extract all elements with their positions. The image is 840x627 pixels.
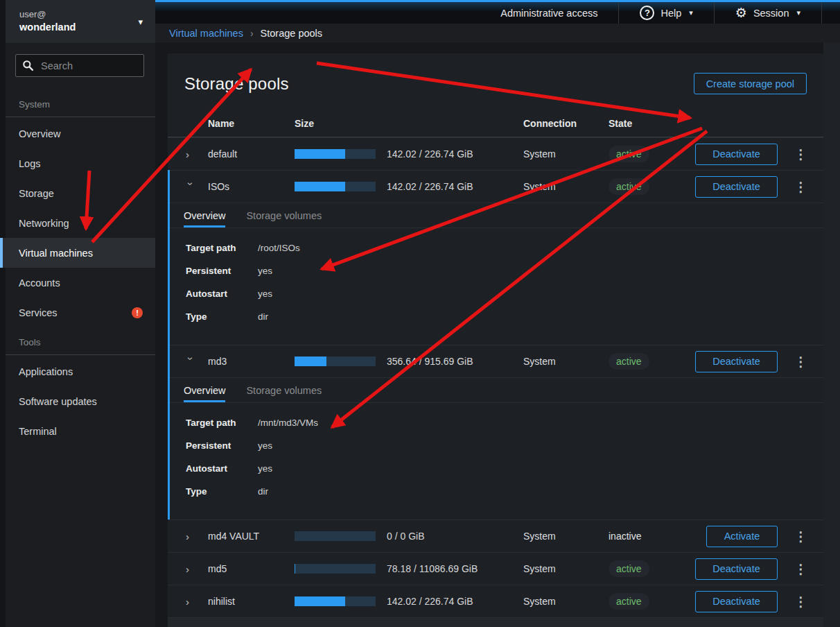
table-row[interactable]: › nihilist 142.02 / 226.74 GiB System ac…: [168, 585, 823, 617]
sidebar-item-applications[interactable]: Applications: [0, 357, 155, 386]
administrative-access-button[interactable]: Administrative access: [480, 2, 618, 24]
kebab-menu-icon[interactable]: ⋮: [790, 178, 812, 196]
column-header-state: State: [609, 118, 695, 129]
sidebar-item-overview[interactable]: Overview: [0, 119, 155, 148]
sidebar-item-label: Virtual machines: [19, 248, 93, 259]
pool-name: ISOs: [208, 181, 295, 192]
deactivate-button[interactable]: Deactivate: [695, 176, 778, 198]
sidebar-item-label: Storage: [19, 188, 54, 199]
detail-value-type: dir: [258, 486, 268, 498]
column-header-size: Size: [295, 118, 523, 129]
detail-value-autostart: yes: [258, 288, 272, 300]
pool-connection: System: [523, 531, 609, 542]
deactivate-button[interactable]: Deactivate: [695, 591, 778, 612]
breadcrumb-link-virtual-machines[interactable]: Virtual machines: [169, 28, 243, 39]
kebab-menu-icon[interactable]: ⋮: [790, 560, 812, 578]
app-root: user@ wonderland ▾ System Overview Logs …: [0, 0, 840, 627]
pool-connection: System: [523, 181, 609, 192]
sidebar-item-label: Networking: [19, 218, 69, 229]
table-row[interactable]: › ISOs 142.02 / 226.74 GiB System active…: [170, 170, 823, 203]
chevron-right-icon[interactable]: ›: [186, 596, 195, 608]
chevron-down-icon[interactable]: ›: [185, 357, 197, 366]
detail-label: Type: [186, 486, 258, 498]
kebab-menu-icon[interactable]: ⋮: [790, 145, 812, 164]
nav-section-system: System: [0, 89, 155, 117]
table-row[interactable]: › md4 VAULT 0 / 0 GiB System inactive Ac…: [168, 519, 823, 552]
activate-button[interactable]: Activate: [706, 526, 778, 547]
partially-visible-row: [168, 618, 823, 627]
deactivate-button[interactable]: Deactivate: [695, 351, 778, 372]
tab-storage-volumes[interactable]: Storage volumes: [246, 378, 322, 402]
table-row[interactable]: › md5 78.18 / 11086.69 GiB System active…: [168, 552, 823, 585]
tab-overview[interactable]: Overview: [184, 203, 225, 227]
pool-size: 142.02 / 226.74 GiB: [387, 148, 473, 160]
kebab-menu-icon[interactable]: ⋮: [790, 352, 812, 371]
pool-size: 356.64 / 915.69 GiB: [387, 356, 473, 367]
chevron-right-icon[interactable]: ›: [186, 148, 195, 160]
sidebar-item-storage[interactable]: Storage: [0, 178, 155, 208]
detail-value-target-path: /root/ISOs: [258, 242, 300, 255]
create-storage-pool-button[interactable]: Create storage pool: [694, 73, 807, 94]
chevron-down-icon[interactable]: ›: [185, 182, 197, 191]
pool-connection: System: [523, 596, 609, 607]
status-text: inactive: [609, 531, 641, 542]
sidebar-nav: System Overview Logs Storage Networking …: [0, 80, 155, 627]
chevron-right-icon[interactable]: ›: [186, 563, 195, 575]
user-identity: user@ wonderland: [19, 8, 76, 34]
column-header-name: Name: [208, 118, 295, 129]
status-badge: active: [609, 560, 649, 577]
deactivate-button[interactable]: Deactivate: [695, 144, 778, 165]
usage-progress-bar: [295, 182, 376, 191]
sidebar-item-accounts[interactable]: Accounts: [0, 268, 155, 298]
masthead: Administrative access ? Help ▾ ⚙ Session…: [155, 0, 840, 24]
host-name: wonderland: [19, 21, 76, 35]
main-column: Administrative access ? Help ▾ ⚙ Session…: [155, 0, 840, 627]
pool-connection: System: [523, 148, 609, 160]
expanded-pool-group: › md3 356.64 / 915.69 GiB System active …: [168, 345, 823, 519]
sidebar-item-services[interactable]: Services !: [0, 298, 155, 327]
session-menu-button[interactable]: ⚙ Session ▾: [715, 2, 821, 24]
pool-name: md5: [208, 563, 295, 574]
detail-value-persistent: yes: [258, 440, 272, 452]
status-badge: active: [609, 146, 649, 162]
tab-overview[interactable]: Overview: [184, 378, 225, 402]
kebab-menu-icon[interactable]: ⋮: [790, 527, 812, 546]
sidebar-item-label: Terminal: [19, 426, 57, 437]
sidebar-item-label: Services: [19, 307, 58, 318]
table-row[interactable]: › md3 356.64 / 915.69 GiB System active …: [170, 345, 823, 377]
search-input[interactable]: [15, 54, 144, 77]
sidebar-item-terminal[interactable]: Terminal: [0, 416, 155, 446]
nav-divider: [0, 354, 155, 355]
kebab-menu-icon[interactable]: ⋮: [790, 592, 812, 611]
breadcrumb-current: Storage pools: [261, 28, 322, 39]
pool-size: 142.02 / 226.74 GiB: [387, 181, 473, 192]
pool-name: md4 VAULT: [208, 531, 295, 542]
sidebar-item-logs[interactable]: Logs: [0, 148, 155, 178]
sidebar: user@ wonderland ▾ System Overview Logs …: [0, 0, 155, 627]
tab-storage-volumes[interactable]: Storage volumes: [246, 203, 322, 227]
table-row[interactable]: › default 142.02 / 226.74 GiB System act…: [168, 137, 823, 170]
search-icon: [22, 60, 34, 71]
breadcrumb-separator: ›: [250, 28, 254, 39]
usage-progress-bar: [295, 357, 376, 366]
sidebar-item-label: Logs: [19, 158, 40, 169]
storage-pools-card: Storage pools Create storage pool Name S…: [168, 53, 823, 627]
scrollbar-gutter[interactable]: [823, 42, 840, 627]
sidebar-item-label: Software updates: [19, 396, 97, 407]
user-menu[interactable]: user@ wonderland ▾: [0, 0, 155, 43]
pool-connection: System: [523, 356, 609, 367]
chevron-right-icon[interactable]: ›: [186, 531, 195, 542]
sidebar-item-software-updates[interactable]: Software updates: [0, 386, 155, 416]
help-label: Help: [660, 8, 681, 19]
help-menu-button[interactable]: ? Help ▾: [619, 2, 713, 24]
sidebar-item-virtual-machines[interactable]: Virtual machines: [0, 238, 155, 268]
sidebar-item-networking[interactable]: Networking: [0, 208, 155, 238]
deactivate-button[interactable]: Deactivate: [695, 558, 778, 580]
status-badge: active: [609, 593, 649, 610]
table-header-row: Name Size Connection State: [168, 110, 823, 137]
expanded-pool-group: › ISOs 142.02 / 226.74 GiB System active…: [168, 170, 823, 345]
session-label: Session: [753, 8, 789, 19]
detail-label: Autostart: [186, 463, 258, 475]
pool-size: 0 / 0 GiB: [387, 531, 424, 542]
detail-label: Persistent: [186, 440, 258, 452]
